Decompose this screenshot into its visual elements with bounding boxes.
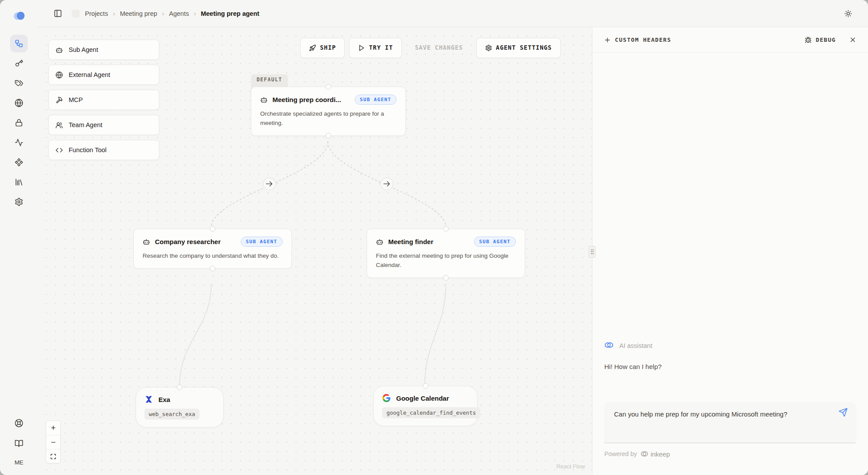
chat-panel-header: CUSTOM HEADERS DEBUG [592, 27, 868, 53]
save-changes-label: SAVE CHANGES [415, 45, 463, 51]
rail-nav [0, 35, 38, 211]
hammer-icon [55, 96, 63, 104]
rail-item-activity[interactable] [10, 134, 28, 151]
play-icon [358, 44, 365, 51]
agent-settings-button[interactable]: AGENT SETTINGS [476, 38, 561, 58]
node-handle[interactable] [326, 133, 331, 139]
custom-headers-label: CUSTOM HEADERS [615, 37, 671, 43]
palette-item-sub-agent[interactable]: Sub Agent [48, 40, 159, 60]
rail-item-api-keys[interactable] [10, 55, 28, 72]
rail-item-external[interactable] [10, 94, 28, 112]
try-it-button[interactable]: TRY IT [349, 38, 401, 58]
code-icon [55, 146, 63, 154]
palette-item-team-agent[interactable]: Team Agent [48, 115, 159, 135]
chat-input[interactable]: Can you help me prep for my upcoming Mic… [604, 402, 857, 442]
rail-item-security[interactable] [10, 114, 28, 132]
google-logo-icon [382, 394, 391, 402]
rail-item-settings[interactable] [10, 193, 28, 211]
edge-coordinator-researcher [211, 141, 328, 227]
rail-item-components[interactable] [10, 153, 28, 171]
zoom-out-button[interactable]: − [46, 435, 60, 449]
breadcrumb-projects[interactable]: Projects [85, 10, 108, 17]
tool-id-pill: google_calendar_find_events [382, 407, 480, 418]
close-panel-button[interactable] [849, 36, 857, 44]
node-title: Company researcher [155, 238, 221, 245]
breadcrumb-agents[interactable]: Agents [169, 10, 189, 17]
node-company-researcher[interactable]: Company researcher SUB AGENT Research th… [133, 229, 292, 269]
exa-logo-icon [144, 395, 153, 404]
palette-item-label: External Agent [69, 71, 110, 78]
debug-button[interactable]: DEBUG [805, 37, 836, 44]
panel-left-icon [54, 9, 62, 18]
node-handle[interactable] [210, 226, 216, 232]
inkeep-brand-label: inkeep [651, 450, 670, 458]
plus-icon [604, 37, 611, 44]
node-title: Meeting finder [388, 238, 434, 245]
bot-icon [143, 238, 150, 245]
send-button[interactable] [839, 408, 848, 417]
palette-item-function-tool[interactable]: Function Tool [48, 140, 159, 160]
ship-label: SHIP [320, 45, 336, 51]
rail-item-docs[interactable] [10, 435, 28, 452]
edge-coordinator-finder [328, 141, 446, 227]
node-coordinator[interactable]: Meeting prep coordi... SUB AGENT Orchest… [251, 87, 406, 136]
breadcrumb-separator: › [113, 10, 115, 17]
user-menu[interactable]: ME [15, 455, 23, 470]
gear-icon [485, 44, 492, 51]
project-avatar-placeholder [72, 10, 80, 18]
node-handle[interactable] [423, 383, 428, 389]
inkeep-logo-icon[interactable] [11, 8, 27, 24]
node-exa-tool[interactable]: Exa web_search_exa [136, 387, 224, 428]
ship-button[interactable]: SHIP [300, 38, 345, 58]
assistant-name: AI assistant [619, 342, 652, 349]
left-rail: ME [0, 0, 38, 475]
node-google-calendar-tool[interactable]: Google Calendar google_calendar_find_eve… [373, 386, 478, 426]
save-changes-button[interactable]: SAVE CHANGES [406, 38, 472, 58]
chat-input-value[interactable]: Can you help me prep for my upcoming Mic… [604, 402, 850, 420]
rail-item-library[interactable] [10, 173, 28, 191]
agent-settings-label: AGENT SETTINGS [496, 45, 552, 51]
node-palette: Sub Agent External Agent MCP Team Agent … [48, 40, 159, 160]
palette-item-label: Sub Agent [69, 46, 98, 53]
node-description: Find the external meeting to prep for us… [376, 252, 516, 270]
node-description: Research the company to understand what … [143, 252, 283, 261]
panel-resize-handle[interactable] [588, 246, 596, 258]
bot-icon [376, 238, 383, 245]
globe-icon [15, 99, 23, 107]
node-handle[interactable] [443, 226, 449, 232]
palette-item-label: Function Tool [69, 146, 107, 153]
powered-by[interactable]: Powered by inkeep [604, 449, 670, 458]
custom-headers-button[interactable]: CUSTOM HEADERS [604, 37, 671, 44]
zoom-in-button[interactable]: + [46, 421, 60, 435]
sidebar-toggle-button[interactable] [54, 9, 62, 18]
rail-item-graph[interactable] [10, 35, 28, 52]
theme-toggle-button[interactable] [844, 10, 852, 18]
breadcrumb-current: Meeting prep agent [201, 10, 259, 17]
workflow-icon [15, 39, 23, 48]
node-handle[interactable] [443, 275, 449, 281]
library-icon [15, 178, 23, 186]
inkeep-wordmark-icon [640, 449, 649, 458]
rail-item-help[interactable] [10, 414, 28, 432]
flow-canvas[interactable]: Sub Agent External Agent MCP Team Agent … [38, 27, 592, 475]
react-flow-attribution[interactable]: React Flow [556, 463, 585, 470]
rocket-icon [309, 44, 316, 51]
sub-agent-badge: SUB AGENT [474, 237, 516, 247]
canvas-zoom-controls: + − [46, 420, 61, 464]
edge-researcher-exa [180, 284, 211, 386]
palette-item-external-agent[interactable]: External Agent [48, 65, 159, 85]
node-handle[interactable] [210, 266, 216, 271]
edge-arrow-marker [381, 178, 393, 190]
edge-arrow-marker [263, 178, 276, 190]
node-meeting-finder[interactable]: Meeting finder SUB AGENT Find the extern… [367, 229, 525, 278]
breadcrumb-project[interactable]: Meeting prep [120, 10, 157, 17]
users-icon [55, 121, 63, 129]
assistant-greeting: Hi! How can I help? [604, 363, 662, 370]
palette-item-mcp[interactable]: MCP [48, 90, 159, 110]
node-handle[interactable] [326, 84, 331, 90]
node-handle[interactable] [177, 384, 183, 390]
rail-item-credentials[interactable] [10, 74, 28, 92]
component-icon [15, 158, 23, 167]
breadcrumb-separator: › [194, 10, 196, 17]
fit-view-button[interactable] [46, 449, 60, 463]
